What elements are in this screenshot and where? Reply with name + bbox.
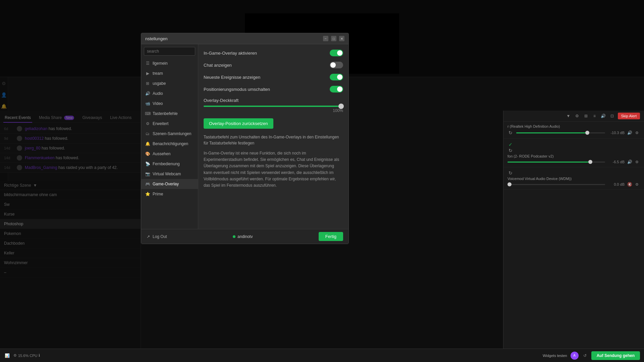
cpu-label: 15.6% CPU xyxy=(18,354,37,358)
audio-gear-3[interactable]: ⚙ xyxy=(635,182,640,187)
toggle-positionierungsmodus[interactable] xyxy=(330,86,343,93)
audio-fill-2 xyxy=(507,162,590,163)
logout-button[interactable]: ↗ Log Out xyxy=(147,234,167,239)
toggle-chat[interactable] xyxy=(330,62,343,68)
audio-channel-1: r (Realtek High Definition Audio) ↻ -10.… xyxy=(503,122,644,139)
virtual-webcam-icon: 📷 xyxy=(145,172,150,176)
fernbedienung-icon: 📡 xyxy=(145,162,150,166)
grid-icon[interactable]: ⊞ xyxy=(583,113,589,119)
aussehen-icon: 🎨 xyxy=(145,152,150,156)
settings-nav-tastenbefehle[interactable]: ⌨ Tastenbefehle xyxy=(141,109,198,119)
slider-handle[interactable] xyxy=(338,104,344,109)
audio-channel-3-name: Voicemod Virtual Audio Device (WDM)) xyxy=(507,177,640,181)
settings-nav-audio[interactable]: 🔊 Audio xyxy=(141,88,198,99)
dialog-maximize-button[interactable]: □ xyxy=(331,36,336,41)
audio-mixer-header: ▼ ⚙ ⊞ ≡ 🔊 ⊡ Skip Alert xyxy=(503,111,644,122)
toggle-neueste-ereignisse[interactable] xyxy=(330,74,343,80)
opacity-slider-track[interactable] xyxy=(204,106,343,107)
stream-icon: ▶ xyxy=(145,71,150,76)
filter-icon[interactable]: ▼ xyxy=(566,113,572,119)
refresh-icon-2[interactable]: ↻ xyxy=(507,147,514,154)
szenen-icon: 🗂 xyxy=(145,131,150,136)
audio-handle-1[interactable] xyxy=(585,131,589,135)
fertig-button[interactable]: Fertig xyxy=(319,232,343,241)
slider-label: Overlay-Deckkraft xyxy=(204,98,343,103)
reset-overlay-position-button[interactable]: Overlay-Position zurücksetzen xyxy=(204,118,273,129)
audio-row-3: 0.0 dB 🔇 ⚙ xyxy=(507,182,640,187)
settings-nav-aussehen[interactable]: 🎨 Aussehen xyxy=(141,149,198,159)
cpu-info: ⚙ 15.6% CPU ℹ xyxy=(13,353,40,358)
user-avatar: A xyxy=(571,352,579,360)
refresh-icon-3[interactable]: ↻ xyxy=(507,170,514,176)
audio-slider-3[interactable] xyxy=(507,184,605,185)
mute-icon-1[interactable]: 🔊 xyxy=(627,130,633,135)
toggle3-label: Neueste Ereignisse anzeigen xyxy=(204,75,260,80)
stats-icon[interactable]: 📊 xyxy=(4,353,10,359)
ausgabe-icon: ⊞ xyxy=(145,81,150,86)
skip-alert-button[interactable]: Skip Alert xyxy=(618,113,640,119)
toggle-ingame-overlay[interactable] xyxy=(330,50,343,56)
info-text-1: Tastaturbefehl zum Umschalten des In-Gam… xyxy=(204,134,343,146)
mute-icon-3[interactable]: 🔇 xyxy=(627,182,633,187)
settings-nav-video[interactable]: 📹 Video xyxy=(141,99,198,109)
refresh-icon-1[interactable]: ↻ xyxy=(507,130,514,136)
bottom-left-area: 📊 ⚙ 15.6% CPU ℹ xyxy=(4,353,40,359)
settings-nav-fernbedienung[interactable]: 📡 Fernbedienung xyxy=(141,159,198,169)
check-icon-2[interactable]: ✓ xyxy=(507,141,514,147)
audio-channel-3: ↻ Voicemod Virtual Audio Device (WDM)) 0… xyxy=(503,167,644,190)
mute-icon-2[interactable]: 🔊 xyxy=(627,160,633,164)
list-icon[interactable]: ≡ xyxy=(592,113,598,119)
settings-nav-szenen-sammlungen[interactable]: 🗂 Szenen-Sammlungen xyxy=(141,129,198,139)
audio-gear-2[interactable]: ⚙ xyxy=(635,160,640,164)
settings-nav-erweitert[interactable]: ⚙ Erweitert xyxy=(141,119,198,129)
audio-slider-2[interactable] xyxy=(507,162,605,163)
settings-content: In-Game-Overlay aktivieren Chat anzeigen… xyxy=(198,44,348,229)
settings-nav-prime[interactable]: ⭐ Prime xyxy=(141,189,198,199)
prime-icon: ⭐ xyxy=(145,192,150,196)
settings-nav-ausgabe[interactable]: ⊞ usgabe xyxy=(141,78,198,88)
info-icon[interactable]: ℹ xyxy=(39,353,40,358)
audio-fill-1 xyxy=(516,132,587,133)
settings-icon[interactable]: ⚙ xyxy=(574,113,580,119)
audio-mixer-panel: ▼ ⚙ ⊞ ≡ 🔊 ⊡ Skip Alert r (Realtek High D… xyxy=(503,111,644,349)
settings-search-input[interactable] xyxy=(144,47,195,56)
toggle-row-3: Neueste Ereignisse anzeigen xyxy=(204,74,343,80)
settings-nav-game-overlay[interactable]: 🎮 Game-Overlay xyxy=(141,179,198,189)
audio-channel-1-name: r (Realtek High Definition Audio) xyxy=(507,124,640,128)
audio-channel-2-name: fon (2- RODE Podcaster v2) xyxy=(507,154,640,158)
toggle-row-1: In-Game-Overlay aktivieren xyxy=(204,50,343,56)
toggle2-label: Chat anzeigen xyxy=(204,63,232,68)
audio-row-2: -6.5 dB 🔊 ⚙ xyxy=(507,160,640,164)
audio-row-1: ↻ -10.3 dB 🔊 ⚙ xyxy=(507,130,640,136)
settings-nav-allgemein[interactable]: ☰ llgemein xyxy=(141,58,198,68)
audio-handle-2[interactable] xyxy=(588,160,592,164)
audio-gear-1[interactable]: ⚙ xyxy=(635,131,640,135)
benachrichtigungen-icon: 🔔 xyxy=(145,141,150,146)
audio-db-1: -10.3 dB xyxy=(608,131,625,135)
audio-channel-2: ✓ ↻ fon (2- RODE Podcaster v2) -6.5 dB 🔊… xyxy=(503,139,644,167)
slider-fill xyxy=(204,106,340,107)
audio-icon: 🔊 xyxy=(145,91,150,96)
widgets-test-button[interactable]: Widgets testen xyxy=(543,354,567,358)
dialog-minimize-button[interactable]: − xyxy=(323,36,328,41)
audio-handle-3[interactable] xyxy=(507,182,512,186)
more-icon[interactable]: ⊡ xyxy=(609,113,615,119)
speaker-icon[interactable]: 🔊 xyxy=(600,113,606,119)
reset-icon[interactable]: ↺ xyxy=(582,353,588,359)
opacity-slider-container: Overlay-Deckkraft 100% xyxy=(204,98,343,113)
toggle-row-4: Positionierungsmodus umschalten xyxy=(204,86,343,93)
audio-db-2: -6.5 dB xyxy=(608,160,625,164)
logout-icon: ↗ xyxy=(147,234,150,239)
settings-nav-benachrichtigungen[interactable]: 🔔 Benachrichtigungen xyxy=(141,139,198,149)
settings-nav-stream[interactable]: ▶ tream xyxy=(141,68,198,78)
erweitert-icon: ⚙ xyxy=(145,121,150,126)
cpu-icon: ⚙ xyxy=(13,353,17,358)
audio-slider-1[interactable] xyxy=(516,132,605,133)
bottom-toolbar: 📊 ⚙ 15.6% CPU ℹ Widgets testen A ↺ Auf S… xyxy=(0,349,644,362)
game-overlay-icon: 🎮 xyxy=(145,182,150,186)
footer-username: andinotv xyxy=(237,234,253,239)
settings-nav-virtual-webcam[interactable]: 📷 Virtual Webcam xyxy=(141,169,198,179)
go-live-button[interactable]: Auf Sendung gehen xyxy=(591,351,640,360)
dialog-close-button[interactable]: ✕ xyxy=(339,36,344,41)
dialog-footer: ↗ Log Out andinotv Fertig xyxy=(141,229,348,244)
